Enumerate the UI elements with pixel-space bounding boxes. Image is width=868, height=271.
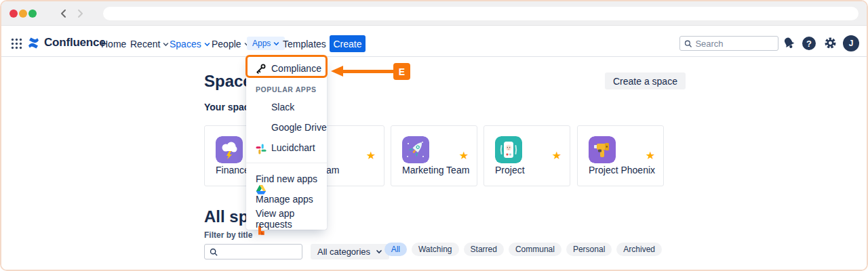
menu-item-label: Slack — [246, 102, 294, 112]
browser-forward-icon[interactable] — [75, 8, 85, 19]
filter-pill-communal[interactable]: Communal — [509, 243, 561, 256]
settings-gear-icon[interactable] — [824, 37, 837, 49]
chevron-down-icon — [163, 42, 169, 47]
create-a-space-button[interactable]: Create a space — [605, 72, 686, 89]
space-card-project[interactable]: ★ Project — [484, 125, 570, 186]
chevron-down-icon — [273, 41, 279, 46]
star-icon[interactable]: ★ — [552, 150, 561, 161]
avatar-initial: J — [849, 39, 854, 48]
star-icon[interactable]: ★ — [646, 150, 655, 161]
filter-by-title-label: Filter by title — [204, 230, 252, 240]
address-bar[interactable] — [103, 7, 859, 20]
search-icon — [684, 39, 692, 48]
filter-pill-watching[interactable]: Watching — [412, 243, 459, 256]
menu-item-compliance[interactable]: Compliance — [246, 59, 327, 78]
baby-monitor-icon — [495, 136, 522, 163]
chevron-down-icon — [376, 249, 382, 254]
menu-item-slack[interactable]: Slack — [246, 98, 327, 117]
space-card-project-phoenix[interactable]: ★ Project Phoenix — [577, 125, 664, 186]
menu-item-label: Lucidchart — [246, 142, 315, 153]
rocket-icon — [402, 136, 429, 163]
minimize-window-button[interactable] — [19, 9, 27, 18]
space-card-name: Marketing Team — [402, 165, 469, 175]
main-content: Spaces Create a space Your spaces Financ… — [1, 57, 867, 271]
filter-pill-all[interactable]: All — [384, 243, 407, 256]
nav-recent-label: Recent — [130, 39, 160, 49]
filter-pill-archived[interactable]: Archived — [616, 243, 662, 256]
annotation-badge: E — [393, 63, 410, 80]
key-icon — [256, 63, 267, 74]
brand-name: Confluence — [44, 36, 106, 49]
global-search[interactable] — [679, 36, 778, 51]
space-card-name: Project — [495, 165, 525, 175]
annotation-arrow-shaft — [342, 70, 393, 73]
confluence-home-link[interactable]: Confluence — [27, 36, 106, 49]
nav-home-label: Home — [101, 39, 126, 49]
menu-item-label: Find new apps — [246, 173, 317, 184]
nav-templates-label: Templates — [283, 39, 326, 49]
star-icon[interactable]: ★ — [459, 150, 469, 161]
nav-spaces[interactable]: Spaces — [170, 37, 210, 51]
zoom-window-button[interactable] — [28, 9, 37, 18]
menu-item-label: View app requests — [246, 208, 327, 230]
filter-pill-personal[interactable]: Personal — [566, 243, 612, 256]
menu-item-view-app-requests[interactable]: View app requests — [246, 209, 327, 228]
space-card-marketing-team[interactable]: ★ Marketing Team — [391, 125, 477, 186]
nav-home[interactable]: Home — [101, 37, 126, 51]
create-button[interactable]: Create — [330, 35, 366, 52]
confluence-logo-icon — [27, 37, 40, 49]
notifications-bell-icon[interactable] — [783, 37, 795, 49]
app-switcher-icon[interactable] — [11, 38, 22, 49]
space-card-name: Project Phoenix — [589, 165, 655, 175]
storm-cloud-icon — [216, 136, 243, 163]
help-glyph: ? — [806, 39, 812, 49]
search-icon — [210, 248, 218, 256]
star-icon[interactable]: ★ — [366, 150, 376, 161]
nav-people-label: People — [212, 39, 241, 49]
chevron-down-icon — [204, 42, 210, 47]
space-card-name: am — [326, 165, 339, 175]
browser-chrome — [1, 1, 867, 26]
nav-spaces-label: Spaces — [170, 39, 201, 49]
filter-title-input[interactable] — [204, 244, 302, 259]
help-icon[interactable]: ? — [802, 37, 816, 50]
drill-icon — [589, 136, 616, 163]
nav-apps-label: Apps — [252, 39, 271, 48]
nav-templates[interactable]: Templates — [283, 37, 326, 51]
nav-people[interactable]: People — [212, 37, 250, 51]
popular-apps-header: POPULAR APPS — [256, 85, 317, 93]
nav-apps[interactable]: Apps — [247, 37, 285, 50]
menu-item-label: Google Drive — [246, 122, 327, 133]
menu-item-manage-apps[interactable]: Manage apps — [246, 190, 327, 209]
space-filter-pills: All Watching Starred Communal Personal A… — [384, 243, 662, 256]
browser-back-icon[interactable] — [58, 8, 69, 19]
annotation-arrow-head — [331, 66, 343, 77]
apps-dropdown-menu: Compliance POPULAR APPS Slack Google Dri… — [246, 56, 327, 230]
menu-divider — [246, 163, 327, 163]
close-window-button[interactable] — [9, 9, 18, 18]
confluence-window: Confluence Home Recent Spaces People App… — [0, 0, 868, 271]
menu-item-label: Manage apps — [246, 194, 313, 205]
menu-item-google-drive[interactable]: Google Drive — [246, 118, 327, 137]
filter-pill-starred[interactable]: Starred — [464, 243, 504, 256]
search-input[interactable] — [695, 39, 774, 49]
menu-item-lucidchart[interactable]: Lucidchart — [246, 138, 327, 157]
categories-value: All categories — [317, 247, 370, 257]
user-avatar[interactable]: J — [843, 35, 859, 51]
menu-item-find-new-apps[interactable]: Find new apps — [246, 169, 327, 188]
nav-recent[interactable]: Recent — [130, 37, 169, 51]
categories-select[interactable]: All categories — [311, 244, 389, 259]
